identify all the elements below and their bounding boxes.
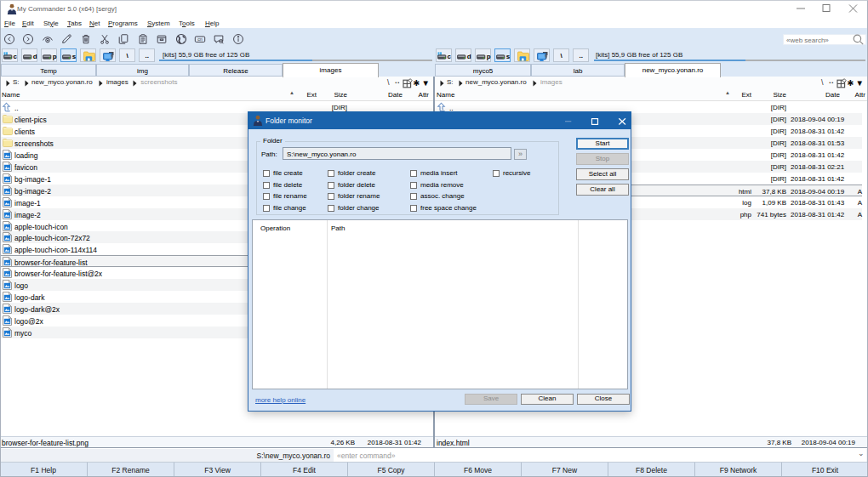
svg-text:cn: cn: [197, 37, 203, 42]
